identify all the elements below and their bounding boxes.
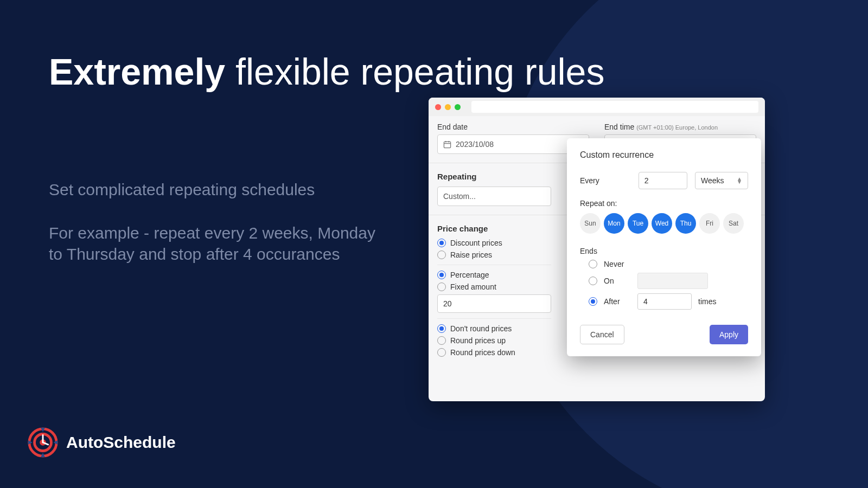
day-picker: Sun Mon Tue Wed Thu Fri Sat xyxy=(580,213,748,234)
end-date-input[interactable]: 2023/10/08 xyxy=(437,134,589,154)
subtext-1: Set complicated repeating schedules xyxy=(49,179,315,200)
radio-icon xyxy=(437,271,446,279)
window-minimize-icon[interactable] xyxy=(445,104,451,110)
radio-icon xyxy=(437,324,446,333)
popup-title: Custom recurrence xyxy=(580,150,748,160)
ends-after-count-input[interactable]: 4 xyxy=(637,293,692,310)
ends-after-unit: times xyxy=(698,297,716,306)
repeating-select[interactable]: Custom... xyxy=(437,187,551,206)
ends-never-row[interactable]: Never xyxy=(589,260,748,268)
radio-icon xyxy=(437,251,446,259)
day-sun[interactable]: Sun xyxy=(580,213,601,234)
brand-name: AutoSchedule xyxy=(66,433,176,452)
radio-icon xyxy=(589,297,597,306)
radio-icon xyxy=(437,282,446,291)
target-clock-icon xyxy=(27,427,59,458)
subtext-2: For example - repeat every 2 weeks, Mond… xyxy=(49,222,385,265)
stepper-icon: ▲▼ xyxy=(737,177,742,184)
ends-after-row[interactable]: After 4 times xyxy=(589,293,748,310)
radio-icon xyxy=(437,239,446,247)
ends-on-row[interactable]: On xyxy=(589,273,748,289)
day-fri[interactable]: Fri xyxy=(699,213,720,234)
every-unit-select[interactable]: Weeks ▲▼ xyxy=(695,172,748,189)
radio-icon xyxy=(437,348,446,357)
day-wed[interactable]: Wed xyxy=(652,213,672,234)
end-date-value: 2023/10/08 xyxy=(456,140,494,149)
radio-icon xyxy=(437,336,446,345)
every-value-input[interactable]: 2 xyxy=(639,172,687,189)
svg-rect-5 xyxy=(444,142,450,147)
every-label: Every xyxy=(580,176,631,185)
radio-icon xyxy=(589,277,597,285)
amount-input[interactable]: 20 xyxy=(437,294,551,313)
ends-on-date-input[interactable] xyxy=(637,273,708,289)
headline-bold: Extremely xyxy=(49,51,225,92)
day-tue[interactable]: Tue xyxy=(628,213,648,234)
headline-rest: flexible repeating rules xyxy=(225,51,604,92)
day-thu[interactable]: Thu xyxy=(675,213,696,234)
brand-logo: AutoSchedule xyxy=(27,427,176,458)
day-mon[interactable]: Mon xyxy=(604,213,624,234)
url-bar[interactable] xyxy=(471,101,758,113)
window-close-icon[interactable] xyxy=(435,104,441,110)
end-time-hint: (GMT +01:00) Europe, London xyxy=(636,124,718,131)
apply-button[interactable]: Apply xyxy=(710,325,748,344)
cancel-button[interactable]: Cancel xyxy=(580,325,624,344)
repeat-on-label: Repeat on: xyxy=(580,199,748,208)
window-titlebar xyxy=(429,98,765,116)
calendar-icon xyxy=(443,140,451,149)
radio-icon xyxy=(589,260,597,268)
custom-recurrence-popup: Custom recurrence Every 2 Weeks ▲▼ Repea… xyxy=(567,138,761,356)
headline: Extremely flexible repeating rules xyxy=(49,52,604,92)
ends-label: Ends xyxy=(580,247,748,255)
window-zoom-icon[interactable] xyxy=(455,104,461,110)
end-date-label: End date xyxy=(437,123,589,131)
day-sat[interactable]: Sat xyxy=(723,213,744,234)
end-time-label: End time (GMT +01:00) Europe, London xyxy=(604,123,756,131)
